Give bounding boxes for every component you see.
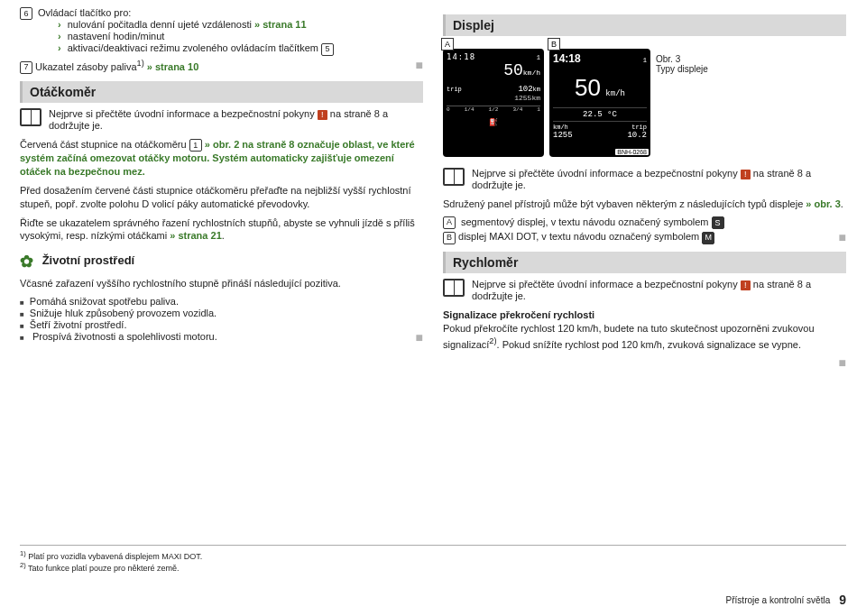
marker-7: 7 xyxy=(20,61,32,74)
display-figure: A 14:18 1 50km/h trip 102km 1255km 0 1/ xyxy=(443,49,846,157)
footnotes: 1) Platí pro vozidla vybavená displejem … xyxy=(20,545,846,573)
time-value: 14:18 xyxy=(553,52,581,65)
marker-1: 1 xyxy=(189,139,202,152)
book-icon xyxy=(20,108,41,126)
page-link[interactable]: » strana 21 xyxy=(170,230,221,241)
list-item: 7 Ukazatel zásoby paliva1) » strana 10 ■ xyxy=(20,59,423,74)
section-end-icon: ■ xyxy=(416,331,423,344)
list-item: nastavení hodin/minut xyxy=(58,31,423,41)
panel-letter-a: A xyxy=(441,38,454,51)
paragraph: Signalizace překročení rychlosti Pokud p… xyxy=(443,308,846,351)
section-end-icon: ■ xyxy=(839,356,846,369)
marker-6: 6 xyxy=(20,7,32,20)
list-item: Šetří životní prostředí. xyxy=(20,319,423,330)
section-end-icon: ■ xyxy=(416,59,423,71)
item6-label: Ovládací tlačítko pro: xyxy=(38,7,131,18)
marker-5: 5 xyxy=(321,43,334,56)
sublist: nulování počitadla denní ujeté vzdálenos… xyxy=(58,19,423,56)
marker-a: A xyxy=(443,216,456,229)
page-link[interactable]: » strana 10 xyxy=(147,60,198,71)
fuel-gauge: 0 1/4 1/2 3/4 1 xyxy=(447,106,540,118)
section-title-rychlomer: Rychloměr xyxy=(443,252,846,273)
list-item: Snižuje hluk způsobený provozem vozidla. xyxy=(20,308,423,318)
section-end-icon: ■ xyxy=(839,231,846,244)
bullet-list: Pomáhá snižovat spotřebu paliva. Snižuje… xyxy=(20,296,423,342)
paragraph: Sdružený panel přístrojů může být vybave… xyxy=(443,198,846,211)
list-item: aktivaci/deaktivaci režimu zvoleného ovl… xyxy=(58,42,423,56)
note-block: Nejprve si přečtěte úvodní informace a b… xyxy=(443,279,846,301)
list-item: nulování počitadla denní ujeté vzdálenos… xyxy=(58,19,423,30)
warning-icon: ! xyxy=(741,170,751,179)
display-panel-b: B 14:18 1 50 km/h 22.5 °C km/h trip 1255… xyxy=(549,49,650,157)
symbol-s: S xyxy=(712,216,724,229)
figure-link[interactable]: » obr. 3 xyxy=(806,198,841,209)
section-title-displej: Displej xyxy=(443,14,846,36)
panel-letter-b: B xyxy=(548,38,560,51)
list-item: 6 Ovládací tlačítko pro: nulování počita… xyxy=(20,7,423,57)
list-item: A segmentový displej, v textu návodu ozn… xyxy=(443,216,846,230)
leaf-icon: ✿ xyxy=(20,252,33,271)
image-number: BNH-0268 xyxy=(615,149,649,155)
paragraph: Včasné zařazení vyššího rychlostního stu… xyxy=(20,277,423,290)
page-footer: Přístroje a kontrolní světla 9 xyxy=(20,593,846,607)
paragraph: Řiďte se ukazatelem správného řazení ryc… xyxy=(20,216,423,244)
sub-heading-environment: ✿ Životní prostředí xyxy=(20,252,423,271)
footer-section: Přístroje a kontrolní světla xyxy=(726,595,831,605)
note-block: Nejprve si přečtěte úvodní informace a b… xyxy=(20,108,423,131)
time-value: 14:18 xyxy=(447,52,475,61)
item7-label: Ukazatel zásoby paliva xyxy=(35,60,137,71)
marker-b: B xyxy=(443,232,456,244)
note-block: Nejprve si přečtěte úvodní informace a b… xyxy=(443,168,846,190)
figure-caption: Obr. 3 Typy displeje xyxy=(656,49,708,74)
left-column: 6 Ovládací tlačítko pro: nulování počita… xyxy=(20,7,423,369)
warning-icon: ! xyxy=(318,110,327,120)
list-item: Prospívá životnosti a spolehlivosti moto… xyxy=(20,331,423,342)
fuel-icon: ⛽ xyxy=(447,118,540,126)
temp-value: 22.5 °C xyxy=(553,107,647,119)
speed-value: 50km/h xyxy=(447,61,540,79)
symbol-m: M xyxy=(702,232,714,244)
right-column: Displej A 14:18 1 50km/h trip 102km 1255… xyxy=(443,7,846,369)
book-icon xyxy=(443,168,465,186)
paragraph: Červená část stupnice na otáčkoměru 1 » … xyxy=(20,138,423,179)
display-panel-a: A 14:18 1 50km/h trip 102km 1255km 0 1/ xyxy=(443,49,544,157)
list-item: B displej MAXI DOT, v textu návodu označ… xyxy=(443,231,846,244)
section-title-otackomer: Otáčkoměr xyxy=(20,81,423,103)
list-item: Pomáhá snižovat spotřebu paliva. xyxy=(20,296,423,307)
page-number: 9 xyxy=(839,593,846,607)
paragraph: Před dosažením červené části stupnice ot… xyxy=(20,184,423,211)
book-icon xyxy=(443,279,465,297)
speed-value: 50 xyxy=(575,74,601,101)
warning-icon: ! xyxy=(741,280,751,290)
page-link[interactable]: » strana 11 xyxy=(254,19,306,30)
